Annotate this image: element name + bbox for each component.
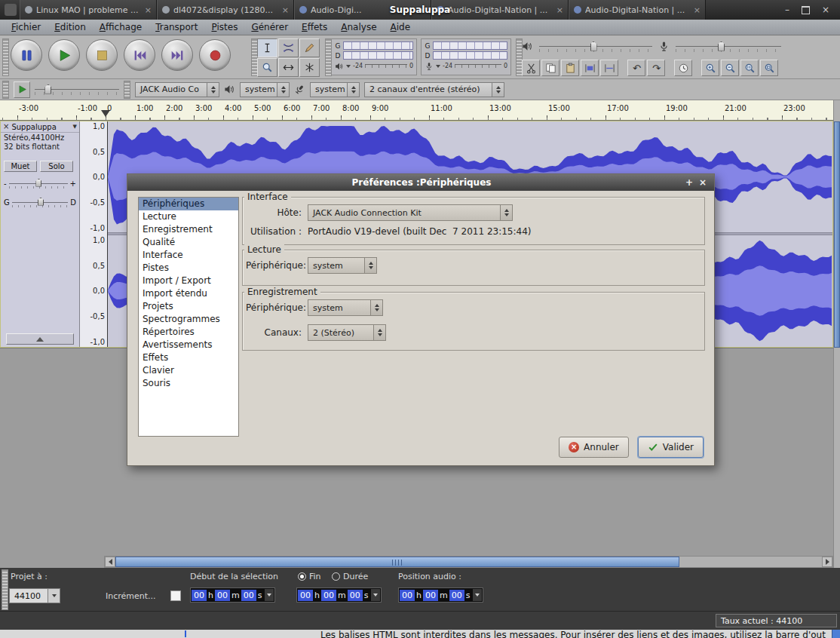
menu-item[interactable]: Affichage — [93, 20, 149, 34]
slider-thumb[interactable] — [44, 84, 51, 94]
pause-button[interactable] — [11, 39, 42, 71]
spin-arrows-icon[interactable] — [492, 83, 504, 97]
zoom-fit-button[interactable] — [760, 60, 778, 76]
length-radio[interactable] — [332, 572, 340, 581]
chevron-down-icon[interactable] — [473, 589, 482, 601]
host-select[interactable]: JACK Audio Connection Kit — [308, 204, 513, 221]
menu-item[interactable]: Aide — [384, 20, 418, 34]
spin-arrows-icon[interactable] — [500, 205, 512, 220]
playback-meter[interactable]: G D -24 0 — [331, 38, 417, 75]
end-radio[interactable] — [298, 572, 306, 581]
minimize-button[interactable]: – — [785, 5, 789, 15]
meter-dropdown-icon[interactable] — [436, 65, 440, 68]
dialog-close-button[interactable]: × — [696, 177, 710, 188]
time-digits[interactable]: 00 — [423, 590, 438, 601]
category-item[interactable]: Spectrogrammes — [139, 313, 238, 326]
zoom-tool-button[interactable] — [257, 58, 277, 77]
track-collapse-button[interactable] — [6, 333, 74, 345]
chevron-down-icon[interactable] — [371, 589, 380, 601]
snap-checkbox[interactable] — [170, 590, 181, 601]
category-item[interactable]: Clavier — [139, 364, 238, 377]
tab-close-icon[interactable]: × — [418, 5, 426, 15]
envelope-tool-button[interactable] — [278, 38, 299, 57]
category-item[interactable]: Interface — [139, 249, 238, 262]
category-item[interactable]: Effets — [139, 351, 238, 364]
dialog-titlebar[interactable]: Préférences :Périphériques + × — [127, 174, 714, 191]
spin-arrows-icon[interactable] — [347, 83, 359, 97]
play-button[interactable] — [48, 39, 80, 71]
slider-thumb[interactable] — [590, 41, 597, 51]
time-digits[interactable]: 00 — [449, 590, 464, 601]
category-item[interactable]: Import / Export — [139, 275, 238, 287]
spin-arrows-icon[interactable] — [277, 83, 289, 97]
browser-tab[interactable]: Linux MAO | probleme ...× — [20, 0, 157, 20]
selection-start-time[interactable]: 00h00m00s — [190, 587, 275, 603]
tab-close-icon[interactable]: × — [143, 5, 152, 15]
vertical-scrollbar-thumb[interactable] — [834, 121, 840, 348]
zoom-selection-button[interactable] — [740, 60, 759, 76]
vertical-ruler[interactable]: 1,00,50,0-0,5-1,01,00,50,0-0,5-1,0 — [80, 121, 108, 347]
audio-position-time[interactable]: 00h00m00s — [398, 587, 483, 603]
gain-slider[interactable]: - + — [4, 177, 76, 189]
time-digits[interactable]: 00 — [192, 590, 207, 601]
multi-tool-button[interactable] — [299, 58, 320, 77]
category-item[interactable]: Répertoires — [139, 326, 238, 339]
output-volume-slider[interactable] — [539, 41, 652, 52]
transcription-play-button[interactable] — [14, 81, 30, 98]
track-control-panel[interactable]: × Suppaluppa ▼ Stéréo,44100Hz 32 bits fl… — [1, 121, 80, 347]
time-digits[interactable]: 00 — [348, 590, 363, 601]
paste-button[interactable] — [561, 60, 579, 76]
slider-thumb[interactable] — [718, 41, 725, 51]
input-device-select[interactable]: system — [310, 82, 360, 97]
input-channels-select[interactable]: 2 canaux d'entrée (stéréo) — [364, 82, 504, 97]
browser-tab[interactable]: Audio-Digital-Nation | ...× — [431, 0, 569, 20]
scroll-right-button[interactable] — [822, 557, 832, 567]
category-item[interactable]: Projets — [139, 300, 238, 313]
redo-button[interactable]: ↷ — [647, 60, 665, 76]
zoom-in-button[interactable] — [701, 60, 719, 76]
chevron-down-icon[interactable] — [265, 589, 274, 601]
menu-item[interactable]: Transport — [149, 20, 204, 34]
device-grabber[interactable] — [124, 81, 130, 99]
scroll-left-button[interactable] — [105, 557, 115, 567]
recording-device-select[interactable]: system — [308, 299, 383, 316]
copy-button[interactable] — [541, 60, 559, 76]
horizontal-scrollbar-thumb[interactable] — [115, 557, 679, 567]
time-digits[interactable]: 00 — [215, 590, 230, 601]
category-item[interactable]: Import étendu — [139, 287, 238, 300]
trim-button[interactable] — [581, 60, 599, 76]
menu-item[interactable]: Effets — [295, 20, 334, 34]
horizontal-scrollbar[interactable] — [104, 556, 833, 568]
spin-arrows-icon[interactable] — [364, 258, 376, 273]
menu-item[interactable]: Pistes — [204, 20, 244, 34]
project-rate-select[interactable]: 44100 — [9, 588, 60, 603]
mute-button[interactable]: Muet — [4, 161, 37, 172]
output-device-select[interactable]: system — [240, 82, 290, 97]
ok-button[interactable]: Valider — [638, 437, 704, 458]
dialog-shade-button[interactable]: + — [682, 177, 696, 188]
record-button[interactable] — [199, 39, 231, 71]
spin-arrows-icon[interactable] — [370, 300, 382, 315]
zoom-out-button[interactable] — [721, 60, 739, 76]
time-digits[interactable]: 00 — [298, 590, 313, 601]
tab-close-icon[interactable]: × — [692, 5, 701, 15]
category-item[interactable]: Avertissements — [139, 339, 238, 351]
spin-arrows-icon[interactable] — [207, 83, 219, 97]
menu-item[interactable]: Générer — [244, 20, 295, 34]
solo-button[interactable]: Solo — [40, 161, 73, 172]
chevron-down-icon[interactable] — [48, 589, 60, 603]
playback-speed-slider[interactable] — [35, 84, 119, 95]
category-item[interactable]: Qualité — [139, 236, 238, 249]
track-close-icon[interactable]: × — [3, 123, 9, 130]
stop-button[interactable] — [86, 39, 118, 71]
spin-arrows-icon[interactable] — [373, 325, 385, 340]
rewind-button[interactable] — [124, 39, 155, 71]
audio-host-select[interactable]: JACK Audio Co — [135, 82, 219, 97]
menu-item[interactable]: Fichier — [5, 20, 48, 34]
browser-tab[interactable]: Audio-Digi...× — [294, 0, 431, 20]
category-item[interactable]: Souris — [139, 377, 238, 390]
channels-select[interactable]: 2 (Stéréo) — [308, 324, 386, 341]
browser-tab[interactable]: dl4072&display (1280...× — [157, 0, 294, 20]
slider-thumb[interactable] — [38, 198, 44, 206]
forward-button[interactable] — [161, 39, 193, 71]
